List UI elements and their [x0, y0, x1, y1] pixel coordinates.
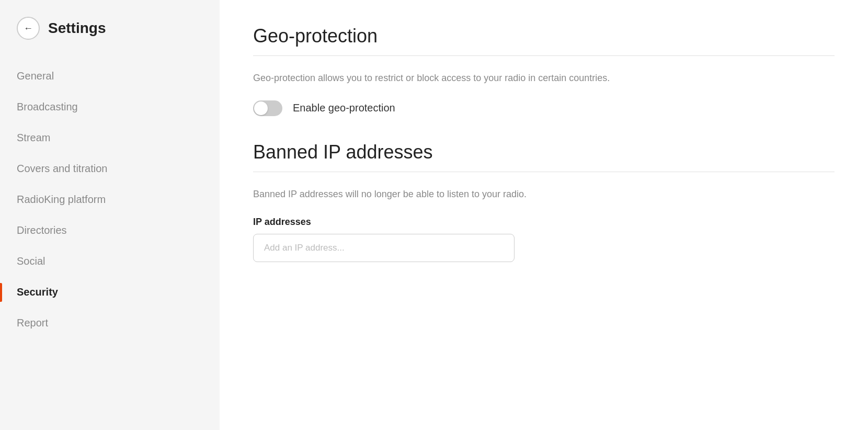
geo-protection-divider: [253, 55, 835, 56]
sidebar-item-label-directories: Directories: [17, 224, 67, 236]
sidebar-title: Settings: [48, 20, 106, 37]
ip-address-input[interactable]: [253, 234, 515, 262]
sidebar-item-social[interactable]: Social: [0, 246, 220, 277]
back-button[interactable]: ←: [17, 17, 40, 40]
geo-protection-description: Geo-protection allows you to restrict or…: [253, 71, 835, 86]
sidebar-item-label-radioking-platform: RadioKing platform: [17, 194, 106, 206]
geo-protection-title: Geo-protection: [253, 25, 835, 47]
sidebar-item-security[interactable]: Security: [0, 277, 220, 308]
sidebar-item-report[interactable]: Report: [0, 308, 220, 338]
main-content: Geo-protection Geo-protection allows you…: [220, 0, 868, 430]
sidebar-item-label-report: Report: [17, 317, 48, 329]
sidebar-item-label-general: General: [17, 70, 54, 82]
sidebar-item-directories[interactable]: Directories: [0, 215, 220, 246]
sidebar-item-broadcasting[interactable]: Broadcasting: [0, 92, 220, 122]
sidebar-item-label-security: Security: [17, 286, 58, 298]
sidebar-item-label-stream: Stream: [17, 132, 50, 144]
sidebar-item-stream[interactable]: Stream: [0, 122, 220, 153]
banned-ip-divider: [253, 172, 835, 172]
banned-ip-section: Banned IP addresses Banned IP addresses …: [253, 141, 835, 262]
geo-protection-toggle[interactable]: [253, 100, 282, 116]
banned-ip-title: Banned IP addresses: [253, 141, 835, 163]
ip-addresses-label: IP addresses: [253, 217, 835, 228]
geo-protection-section: Geo-protection Geo-protection allows you…: [253, 25, 835, 116]
geo-protection-toggle-label: Enable geo-protection: [293, 102, 395, 114]
sidebar: ← Settings General Broadcasting Stream C…: [0, 0, 220, 430]
back-arrow-icon: ←: [24, 23, 33, 34]
sidebar-item-label-broadcasting: Broadcasting: [17, 101, 78, 113]
sidebar-item-general[interactable]: General: [0, 61, 220, 92]
sidebar-nav: General Broadcasting Stream Covers and t…: [0, 56, 220, 343]
sidebar-item-radioking-platform[interactable]: RadioKing platform: [0, 184, 220, 215]
banned-ip-description: Banned IP addresses will no longer be ab…: [253, 187, 835, 202]
geo-protection-toggle-row: Enable geo-protection: [253, 100, 835, 116]
sidebar-item-label-covers-and-titration: Covers and titration: [17, 163, 107, 175]
sidebar-item-label-social: Social: [17, 255, 45, 267]
sidebar-item-covers-and-titration[interactable]: Covers and titration: [0, 153, 220, 184]
sidebar-header: ← Settings: [0, 17, 220, 56]
toggle-knob: [254, 101, 268, 115]
